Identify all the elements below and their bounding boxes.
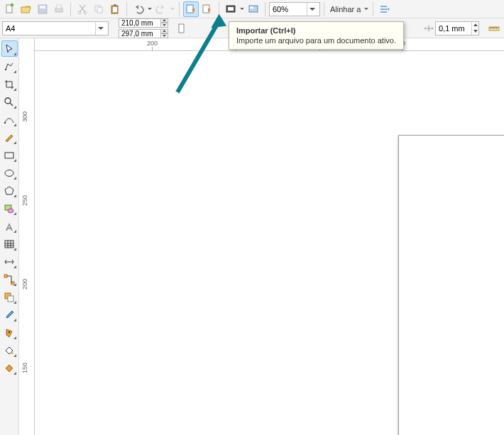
text-tool[interactable] (1, 218, 18, 234)
basic-shapes-tool[interactable] (1, 200, 18, 216)
zoom-tool[interactable] (1, 94, 18, 110)
page-preset-combo[interactable] (2, 21, 109, 35)
svg-rect-11 (113, 7, 117, 12)
separator (219, 2, 219, 16)
toolbox (0, 38, 19, 435)
zoom-combo[interactable] (269, 2, 320, 16)
separator (324, 2, 324, 16)
fullscreen-dropdown[interactable] (239, 7, 245, 11)
page-width-input[interactable] (119, 18, 161, 28)
separator (179, 2, 180, 16)
page-preset-caret[interactable] (95, 22, 105, 35)
pick-tool[interactable] (1, 40, 18, 57)
page-width-spinner[interactable] (161, 18, 168, 28)
table-tool[interactable] (1, 236, 18, 252)
svg-rect-13 (187, 5, 193, 13)
connector-tool[interactable] (1, 271, 18, 287)
redo-dropdown[interactable] (170, 7, 175, 11)
main-area: 300 250 200 150 200 150 100 50 (0, 38, 504, 435)
page-preset-input[interactable] (3, 22, 95, 35)
export-button[interactable] (199, 1, 215, 17)
redo-button[interactable] (153, 1, 169, 17)
copy-button[interactable] (91, 1, 106, 17)
svg-rect-9 (97, 7, 102, 13)
svg-rect-30 (5, 241, 13, 248)
import-button[interactable] (183, 1, 199, 17)
standard-toolbar: Alinhar a (0, 0, 504, 18)
undo-dropdown[interactable] (147, 7, 153, 11)
interactive-effects-tool[interactable] (1, 289, 18, 305)
outline-spinner[interactable] (471, 22, 478, 35)
publish-button[interactable] (246, 1, 261, 17)
svg-rect-16 (228, 7, 234, 11)
tooltip-title: Importar (Ctrl+I) (236, 26, 396, 35)
polygon-tool[interactable] (1, 182, 18, 199)
vertical-ruler: 300 250 200 150 (19, 38, 35, 435)
paste-button[interactable] (107, 1, 123, 17)
tooltip-desc: Importe um arquivo para um documento ati… (236, 36, 396, 45)
ellipse-tool[interactable] (1, 165, 18, 181)
svg-rect-31 (4, 275, 7, 277)
separator (126, 2, 127, 16)
canvas-area: 200 150 100 50 (35, 38, 504, 435)
svg-rect-23 (5, 69, 6, 70)
artistic-media-tool[interactable] (1, 129, 18, 145)
portrait-button[interactable] (174, 21, 190, 36)
svg-rect-26 (5, 153, 13, 158)
ruler-v-label: 250 (21, 193, 28, 206)
svg-rect-12 (114, 4, 116, 6)
outline-group (424, 21, 479, 35)
page-height-input[interactable] (119, 29, 161, 38)
fill-tool[interactable] (1, 342, 18, 358)
ruler-v-label: 300 (21, 109, 28, 122)
outline-icon (424, 23, 434, 33)
svg-rect-3 (40, 6, 45, 9)
svg-rect-5 (57, 5, 61, 9)
separator (265, 2, 265, 16)
ruler-h-label: 200 (147, 40, 158, 47)
shape-tool[interactable] (1, 58, 18, 75)
new-button[interactable] (2, 1, 18, 17)
interactive-fill-tool[interactable] (1, 360, 18, 376)
svg-rect-18 (250, 6, 253, 9)
fullscreen-preview-button[interactable] (223, 1, 239, 17)
separator (70, 2, 71, 16)
open-button[interactable] (18, 1, 34, 17)
page-height-spinner[interactable] (161, 29, 168, 38)
svg-point-35 (9, 331, 10, 332)
options-button[interactable] (377, 1, 393, 17)
zoom-input[interactable] (270, 3, 307, 16)
svg-rect-21 (179, 24, 184, 33)
page-dimensions-group (119, 18, 168, 38)
import-tooltip: Importar (Ctrl+I) Importe um arquivo par… (229, 21, 404, 50)
ruler-v-label: 150 (21, 360, 28, 373)
ruler-v-label: 200 (21, 277, 28, 290)
svg-rect-25 (4, 122, 6, 123)
drawing-canvas[interactable] (35, 51, 504, 435)
svg-rect-1 (11, 4, 13, 6)
undo-button[interactable] (131, 1, 146, 17)
crop-tool[interactable] (1, 76, 18, 92)
print-button[interactable] (51, 1, 67, 17)
svg-point-27 (5, 170, 13, 176)
svg-point-24 (5, 98, 11, 104)
page-rect (398, 135, 504, 435)
zoom-combo-caret[interactable] (307, 3, 317, 16)
units-button[interactable] (486, 21, 502, 36)
separator (373, 2, 373, 16)
align-label: Alinhar a (330, 5, 361, 13)
freehand-tool[interactable] (1, 111, 18, 128)
rectangle-tool[interactable] (1, 147, 18, 163)
outline-input[interactable] (436, 22, 471, 35)
save-button[interactable] (35, 1, 50, 17)
eyedropper-tool[interactable] (1, 307, 18, 323)
dimension-tool[interactable] (1, 253, 18, 270)
outline-pen-tool[interactable] (1, 324, 18, 341)
cut-button[interactable] (75, 1, 90, 17)
align-dropdown[interactable] (363, 7, 369, 11)
